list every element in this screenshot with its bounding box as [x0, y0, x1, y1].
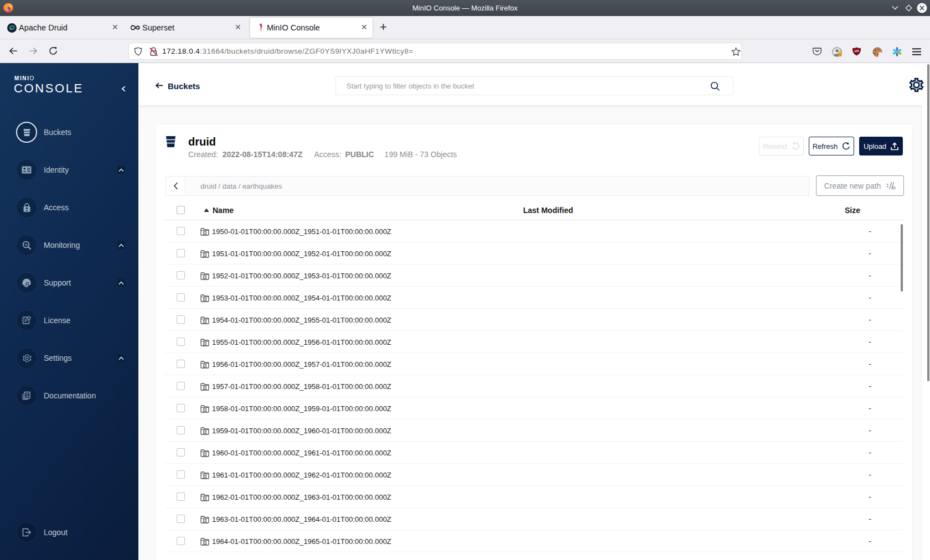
svg-text:uO: uO: [854, 49, 859, 53]
